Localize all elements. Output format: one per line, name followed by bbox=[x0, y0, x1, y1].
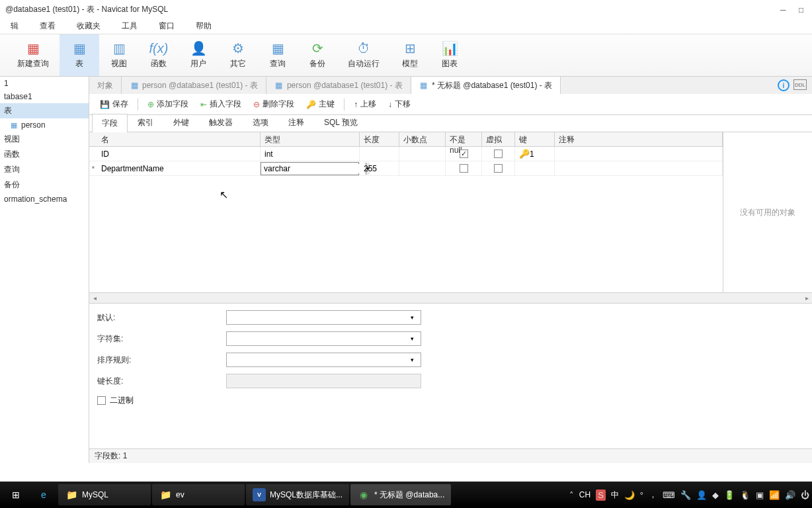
prop-default-input[interactable]: ▾ bbox=[226, 310, 421, 325]
header-name[interactable]: 名 bbox=[97, 132, 261, 146]
minimize-button[interactable]: ─ bbox=[780, 5, 788, 13]
menu-view[interactable]: 查看 bbox=[29, 18, 66, 34]
cell-decimals[interactable] bbox=[399, 161, 446, 175]
cell-virtual[interactable] bbox=[482, 161, 515, 175]
sidebar-item-tables[interactable]: 表 bbox=[0, 103, 89, 118]
chevron-down-icon[interactable]: ▾ bbox=[406, 353, 418, 366]
cell-type[interactable]: ▾ bbox=[261, 161, 360, 175]
type-dropdown[interactable]: ▾ bbox=[261, 162, 359, 175]
power-icon[interactable]: ⏻ bbox=[801, 490, 809, 500]
primary-key-button[interactable]: 🔑主键 bbox=[301, 96, 340, 112]
sidebar-item-infoschema[interactable]: ormation_schema bbox=[0, 192, 89, 206]
sidebar-item-backup[interactable]: 备份 bbox=[0, 177, 89, 192]
cell-key[interactable]: 🔑1 bbox=[515, 147, 555, 161]
sidebar-item-functions[interactable]: 函数 bbox=[0, 147, 89, 162]
sidebar-item-queries[interactable]: 查询 bbox=[0, 162, 89, 177]
sidebar-item-person[interactable]: ▦person bbox=[0, 118, 89, 132]
checkbox-icon[interactable] bbox=[494, 164, 503, 173]
taskbar-start[interactable]: ⊞ bbox=[3, 484, 29, 505]
info-icon[interactable]: i bbox=[778, 79, 790, 91]
subtab-comment[interactable]: 注释 bbox=[278, 113, 314, 132]
tab-untitled[interactable]: ▦* 无标题 @database1 (test01) - 表 bbox=[411, 77, 561, 94]
horizontal-scrollbar[interactable]: ◂ ▸ bbox=[89, 292, 812, 303]
sidebar-item-db[interactable]: tabase1 bbox=[0, 90, 89, 103]
delete-field-button[interactable]: ⊖删除字段 bbox=[248, 96, 300, 112]
wrench-icon[interactable]: 🔧 bbox=[680, 490, 691, 500]
scroll-right-icon[interactable]: ▸ bbox=[801, 294, 812, 302]
subtab-indexes[interactable]: 索引 bbox=[128, 113, 163, 132]
cell-comment[interactable] bbox=[555, 147, 723, 161]
menu-window[interactable]: 窗口 bbox=[148, 18, 185, 34]
tab-objects[interactable]: 对象 bbox=[89, 77, 122, 94]
cell-notnull[interactable] bbox=[446, 161, 482, 175]
cell-name[interactable]: DepartmentName bbox=[97, 161, 261, 175]
wifi-icon[interactable]: 📶 bbox=[769, 490, 780, 500]
app2-icon[interactable]: ▣ bbox=[756, 490, 764, 500]
temp-icon[interactable]: ° bbox=[640, 490, 643, 500]
header-key[interactable]: 键 bbox=[515, 132, 555, 146]
toolbar-new-query[interactable]: ▦新建查询 bbox=[7, 34, 60, 76]
type-input[interactable] bbox=[261, 164, 366, 173]
toolbar-view[interactable]: ▥视图 bbox=[99, 34, 139, 76]
save-button[interactable]: 💾保存 bbox=[95, 96, 134, 112]
move-up-button[interactable]: ↑上移 bbox=[348, 96, 382, 112]
ime-indicator[interactable]: CH bbox=[579, 490, 590, 499]
battery-icon[interactable]: 🔋 bbox=[724, 490, 735, 500]
scroll-left-icon[interactable]: ◂ bbox=[89, 294, 100, 302]
volume-icon[interactable]: 🔊 bbox=[785, 490, 795, 500]
cell-decimals[interactable] bbox=[399, 147, 446, 161]
cell-name[interactable]: ID bbox=[97, 147, 261, 161]
subtab-sql[interactable]: SQL 预览 bbox=[314, 113, 368, 132]
insert-field-button[interactable]: ⇤插入字段 bbox=[195, 96, 247, 112]
toolbar-model[interactable]: ⊞模型 bbox=[390, 34, 430, 76]
header-notnull[interactable]: 不是 null bbox=[446, 132, 482, 146]
taskbar-navicat[interactable]: ◉* 无标题 @databa... bbox=[350, 484, 451, 505]
checkbox-icon[interactable] bbox=[460, 149, 468, 158]
chevron-down-icon[interactable]: ▾ bbox=[406, 332, 418, 345]
binary-checkbox[interactable] bbox=[97, 396, 106, 405]
ddl-icon[interactable]: DDL bbox=[793, 79, 807, 90]
subtab-fields[interactable]: 字段 bbox=[92, 114, 128, 132]
penguin-icon[interactable]: 🐧 bbox=[740, 490, 751, 500]
tab-person-2[interactable]: ▦person @database1 (test01) - 表 bbox=[266, 77, 411, 94]
toolbar-function[interactable]: f(x)函数 bbox=[139, 34, 179, 76]
header-type[interactable]: 类型 bbox=[261, 132, 360, 146]
header-comment[interactable]: 注释 bbox=[555, 132, 723, 146]
sidebar-item-views[interactable]: 视图 bbox=[0, 132, 89, 147]
cell-length[interactable] bbox=[360, 147, 399, 161]
punct-icon[interactable]: ， bbox=[649, 489, 657, 501]
cell-type[interactable]: int bbox=[261, 147, 360, 161]
taskbar-ie[interactable]: e bbox=[30, 484, 57, 505]
menu-tools[interactable]: 工具 bbox=[111, 18, 148, 34]
prop-charset-input[interactable]: ▾ bbox=[226, 331, 421, 346]
moon-icon[interactable]: 🌙 bbox=[624, 490, 635, 500]
move-down-button[interactable]: ↓下移 bbox=[383, 96, 416, 112]
cell-virtual[interactable] bbox=[482, 147, 515, 161]
checkbox-icon[interactable] bbox=[460, 164, 468, 173]
lang-indicator[interactable]: 中 bbox=[611, 489, 619, 501]
checkbox-icon[interactable] bbox=[494, 149, 503, 158]
field-row[interactable]: ID int 🔑1 bbox=[89, 147, 723, 161]
prop-keylength-input[interactable] bbox=[226, 374, 421, 388]
toolbar-user[interactable]: 👤用户 bbox=[179, 34, 218, 76]
subtab-triggers[interactable]: 触发器 bbox=[199, 113, 243, 132]
toolbar-query[interactable]: ▦查询 bbox=[258, 34, 298, 76]
menu-help[interactable]: 帮助 bbox=[185, 18, 222, 34]
tab-person-1[interactable]: ▦person @database1 (test01) - 表 bbox=[122, 77, 266, 94]
toolbar-other[interactable]: ⚙其它 bbox=[218, 34, 258, 76]
header-decimals[interactable]: 小数点 bbox=[399, 132, 446, 146]
subtab-fk[interactable]: 外键 bbox=[163, 113, 199, 132]
keyboard-icon[interactable]: ⌨ bbox=[663, 490, 675, 500]
subtab-options[interactable]: 选项 bbox=[243, 113, 278, 132]
add-field-button[interactable]: ⊕添加字段 bbox=[142, 96, 194, 112]
prop-collation-input[interactable]: ▾ bbox=[226, 353, 421, 367]
header-length[interactable]: 长度 bbox=[360, 132, 399, 146]
menu-favorites[interactable]: 收藏夹 bbox=[66, 18, 111, 34]
sogou-icon[interactable]: S bbox=[596, 489, 606, 501]
toolbar-table[interactable]: ▦表 bbox=[60, 34, 99, 76]
field-row[interactable]: * DepartmentName ▾ 255 bbox=[89, 161, 723, 176]
toolbar-chart[interactable]: 📊图表 bbox=[430, 34, 469, 76]
app1-icon[interactable]: ◆ bbox=[712, 490, 719, 500]
chevron-down-icon[interactable]: ▾ bbox=[406, 311, 418, 324]
taskbar-vbox[interactable]: VMySQL数据库基础... bbox=[246, 484, 349, 505]
